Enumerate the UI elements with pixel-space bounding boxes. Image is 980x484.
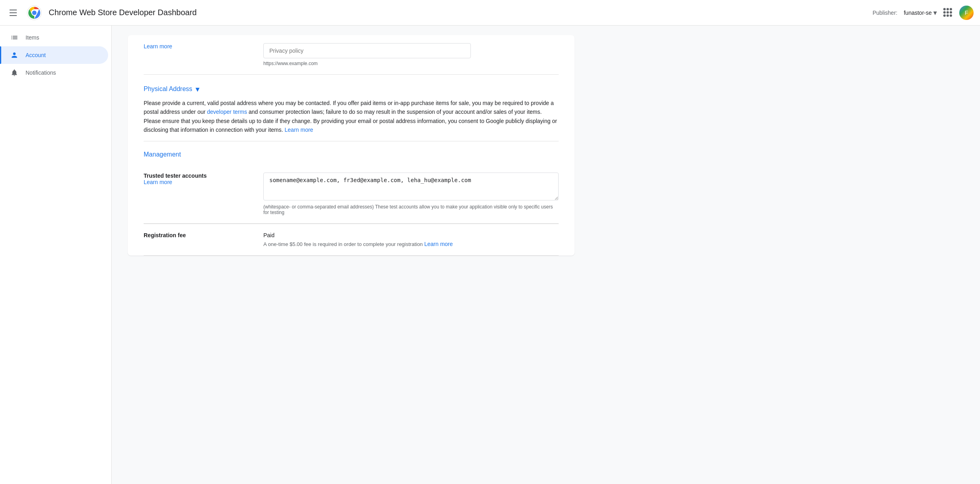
privacy-policy-helper: https://www.example.com <box>263 61 559 66</box>
hamburger-menu-icon[interactable] <box>6 6 20 19</box>
apps-grid-icon[interactable] <box>943 8 953 18</box>
privacy-policy-row: Learn more https://www.example.com <box>144 35 559 75</box>
avatar[interactable]: F <box>959 6 974 20</box>
publisher-label: Publisher: <box>873 10 897 16</box>
app-title: Chrome Web Store Developer Dashboard <box>49 8 197 17</box>
publisher-dropdown-arrow-icon: ▾ <box>933 8 937 17</box>
items-icon <box>10 34 19 42</box>
registration-fee-helper: A one-time $5.00 fee is required in orde… <box>263 241 559 247</box>
physical-address-title[interactable]: Physical Address ▾ <box>144 84 559 94</box>
sidebar-item-notifications[interactable]: Notifications <box>0 64 108 81</box>
trusted-tester-label: Trusted tester accounts <box>144 173 247 179</box>
physical-address-chevron-icon: ▾ <box>196 84 200 94</box>
sidebar-notifications-label: Notifications <box>26 69 56 76</box>
privacy-policy-label-col: Learn more <box>144 43 263 66</box>
content-inner: Learn more https://www.example.com Physi… <box>112 26 591 272</box>
trusted-tester-label-col: Trusted tester accounts Learn more <box>144 173 263 215</box>
registration-fee-learn-more-link[interactable]: Learn more <box>424 241 453 247</box>
notifications-icon <box>10 69 19 77</box>
sidebar-item-account[interactable]: Account <box>0 46 108 64</box>
privacy-policy-input[interactable] <box>263 43 471 58</box>
registration-fee-label: Registration fee <box>144 232 247 238</box>
sidebar-account-label: Account <box>26 52 46 58</box>
physical-address-section: Physical Address ▾ Please provide a curr… <box>144 75 559 141</box>
trusted-tester-learn-more-link[interactable]: Learn more <box>144 179 172 185</box>
trusted-tester-input-col: somename@example.com, fr3ed@example.com,… <box>263 173 559 215</box>
trusted-tester-textarea[interactable]: somename@example.com, fr3ed@example.com,… <box>263 173 559 200</box>
main-content: Learn more https://www.example.com Physi… <box>112 26 980 484</box>
privacy-policy-learn-more-link[interactable]: Learn more <box>144 43 172 50</box>
account-card: Learn more https://www.example.com Physi… <box>128 35 575 256</box>
physical-address-description: Please provide a current, valid postal a… <box>144 99 559 135</box>
nav-left: Chrome Web Store Developer Dashboard <box>6 5 873 21</box>
sidebar-items-label: Items <box>26 34 39 41</box>
privacy-policy-input-col: https://www.example.com <box>263 43 559 66</box>
nav-right: Publisher: funastor-se ▾ F <box>873 6 974 20</box>
sidebar: Items Account Notifications <box>0 26 112 484</box>
registration-fee-value-col: Paid A one-time $5.00 fee is required in… <box>263 232 559 247</box>
physical-address-learn-more-link[interactable]: Learn more <box>285 127 313 133</box>
registration-fee-row: Registration fee Paid A one-time $5.00 f… <box>144 224 559 256</box>
account-icon <box>10 51 19 59</box>
sidebar-item-items[interactable]: Items <box>0 29 108 46</box>
registration-fee-label-col: Registration fee <box>144 232 263 247</box>
main-layout: Items Account Notifications <box>0 26 980 484</box>
trusted-tester-row: Trusted tester accounts Learn more somen… <box>144 165 559 224</box>
trusted-tester-helper: (whitespace- or comma-separated email ad… <box>263 204 559 215</box>
developer-terms-link[interactable]: developer terms <box>207 109 247 115</box>
registration-fee-value: Paid <box>263 232 559 238</box>
management-section-title: Management <box>144 141 559 165</box>
chrome-logo-icon <box>26 5 42 21</box>
top-navigation: Chrome Web Store Developer Dashboard Pub… <box>0 0 980 26</box>
publisher-selector[interactable]: funastor-se ▾ <box>904 8 937 17</box>
svg-point-2 <box>32 10 37 15</box>
